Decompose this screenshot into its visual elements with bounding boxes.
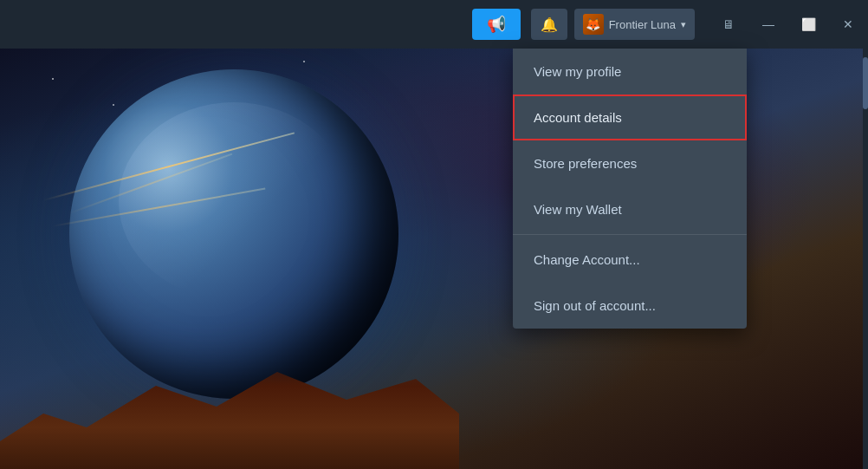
avatar: 🦊 — [583, 14, 604, 35]
titlebar: 📢 🔔 🦊 Frontier Luna ▾ 🖥 — ⬜ ✕ — [0, 0, 868, 49]
avatar-icon: 🦊 — [586, 17, 600, 31]
window-controls: 🖥 — ⬜ ✕ — [709, 0, 868, 49]
menu-item-view-wallet-label: View my Wallet — [534, 202, 622, 217]
notifications-button[interactable]: 🔔 — [531, 9, 567, 40]
menu-item-change-account[interactable]: Change Account... — [513, 237, 747, 283]
minimize-icon: — — [762, 17, 774, 31]
menu-divider — [513, 234, 747, 235]
maximize-icon: ⬜ — [801, 17, 816, 31]
scrollbar-thumb[interactable] — [863, 57, 868, 109]
menu-item-view-profile[interactable]: View my profile — [513, 49, 747, 94]
menu-item-change-account-label: Change Account... — [534, 252, 640, 267]
monitor-button[interactable]: 🖥 — [709, 0, 748, 49]
menu-item-sign-out[interactable]: Sign out of account... — [513, 283, 747, 329]
menu-item-view-wallet[interactable]: View my Wallet — [513, 186, 747, 232]
minimize-button[interactable]: — — [748, 0, 788, 49]
announcements-button[interactable]: 📢 — [472, 9, 521, 40]
monitor-icon: 🖥 — [722, 17, 735, 31]
maximize-button[interactable]: ⬜ — [788, 0, 828, 49]
menu-item-account-details-label: Account details — [534, 110, 622, 125]
close-icon: ✕ — [843, 17, 853, 31]
user-menu-button[interactable]: 🦊 Frontier Luna ▾ — [574, 9, 695, 40]
menu-item-account-details[interactable]: Account details — [513, 94, 747, 140]
scrollbar[interactable] — [863, 49, 868, 469]
menu-item-sign-out-label: Sign out of account... — [534, 298, 656, 313]
close-button[interactable]: ✕ — [828, 0, 868, 49]
bell-icon: 🔔 — [541, 16, 558, 33]
menu-item-view-profile-label: View my profile — [534, 64, 621, 79]
chevron-down-icon: ▾ — [681, 19, 686, 30]
menu-item-store-preferences-label: Store preferences — [534, 156, 637, 171]
menu-item-store-preferences[interactable]: Store preferences — [513, 140, 747, 186]
username-label: Frontier Luna — [609, 18, 676, 31]
comet-trails — [0, 130, 433, 303]
user-dropdown-menu: View my profile Account details Store pr… — [513, 49, 747, 329]
megaphone-icon: 📢 — [487, 15, 506, 34]
